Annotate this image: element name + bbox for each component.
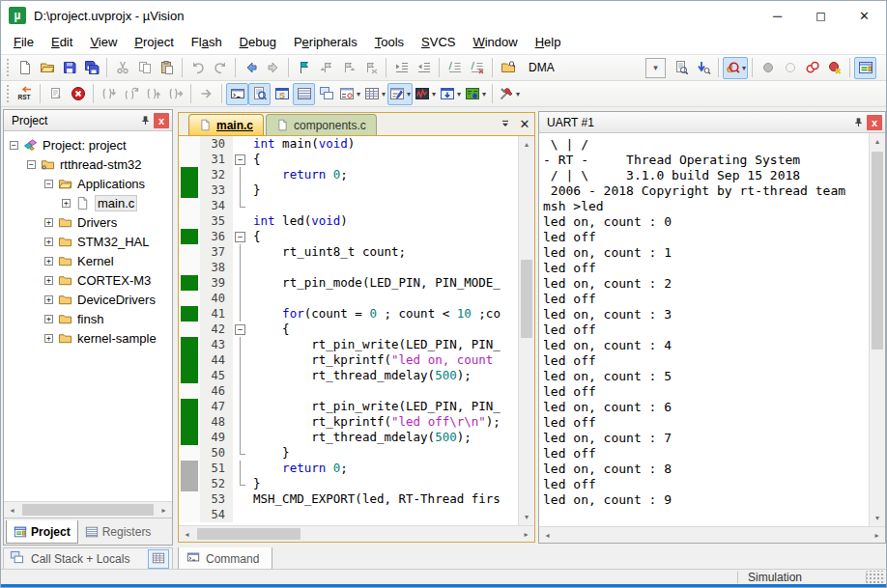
menu-peripherals[interactable]: Peripherals [285, 32, 366, 53]
chevron-down-icon[interactable]: ▾ [432, 90, 436, 98]
project-panel-close-icon[interactable]: x [154, 113, 169, 128]
uart-h-scrollbar[interactable]: ◂ ▸ [539, 526, 885, 543]
chevron-down-icon[interactable]: ▾ [407, 90, 411, 98]
logic-analyzer-button[interactable]: ▾ [413, 83, 438, 105]
serial-window-button[interactable]: ▾ [387, 83, 413, 105]
toolbar-grip[interactable] [6, 58, 11, 77]
scroll-up-icon[interactable]: ▴ [519, 136, 535, 153]
chevron-down-icon[interactable]: ▾ [382, 90, 386, 98]
pin-icon[interactable] [137, 113, 154, 128]
command-window-button[interactable] [226, 83, 248, 105]
scroll-left-icon[interactable]: ◂ [4, 502, 20, 518]
toggle-bookmark-button[interactable] [293, 57, 315, 79]
tree-item-kernel[interactable]: +Kernel [4, 251, 172, 270]
run-to-cursor-button[interactable] [164, 83, 186, 105]
scroll-thumb[interactable] [22, 504, 154, 516]
command-tab[interactable]: Command [178, 547, 272, 571]
led-indicator-white[interactable] [779, 57, 801, 79]
toggle-breakpoint-button[interactable] [801, 57, 823, 79]
menu-flash[interactable]: Flash [183, 32, 231, 53]
symbol-window-button[interactable]: S [271, 83, 293, 105]
toolbar-grip[interactable] [6, 84, 11, 103]
options-for-target-button[interactable] [854, 57, 876, 79]
scroll-down-icon[interactable]: ▾ [870, 510, 886, 526]
navigate-back-button[interactable] [240, 57, 262, 79]
menu-help[interactable]: Help [527, 32, 570, 53]
registers-window-button[interactable] [293, 83, 315, 105]
tree-item-stm32-hal[interactable]: +STM32_HAL [4, 232, 172, 251]
stop-debug-button[interactable] [67, 83, 89, 105]
save-button[interactable] [58, 57, 80, 79]
memory-window-button[interactable]: ▾ [362, 83, 387, 105]
scroll-right-icon[interactable]: ▸ [869, 527, 885, 544]
memory-window-button[interactable] [148, 549, 169, 569]
collapse-icon[interactable]: − [44, 180, 53, 188]
scroll-down-icon[interactable]: ▾ [519, 509, 535, 525]
collapse-icon[interactable]: − [10, 141, 18, 150]
tab-registers[interactable]: Registers [78, 520, 158, 544]
fold-toggle-icon[interactable] [233, 229, 248, 244]
cut-button[interactable] [111, 57, 133, 79]
incremental-find-button[interactable] [692, 57, 714, 79]
menu-project[interactable]: Project [126, 32, 182, 53]
expand-icon[interactable]: + [44, 238, 53, 246]
search-combo[interactable]: DMA▾ [523, 58, 666, 78]
tree-item-finsh[interactable]: +finsh [4, 309, 172, 328]
editor-tab-components-c[interactable]: components.c [266, 114, 377, 135]
unindent-button[interactable] [413, 57, 435, 79]
fold-toggle-icon[interactable] [233, 152, 248, 167]
next-bookmark-button[interactable] [337, 57, 359, 79]
menu-view[interactable]: View [81, 32, 126, 53]
tree-item-kernel-sample[interactable]: +kernel-sample [4, 328, 172, 348]
editor-h-scrollbar[interactable]: ◂ ▸ [179, 525, 534, 542]
run-button[interactable] [195, 83, 217, 105]
watch-window-button[interactable]: ▾ [337, 83, 362, 105]
project-h-scrollbar[interactable]: ◂ ▸ [4, 501, 172, 518]
insert-trace-button[interactable] [44, 83, 67, 105]
scroll-up-icon[interactable]: ▴ [870, 133, 886, 150]
system-viewer-button[interactable]: ▾ [438, 83, 463, 105]
menu-file[interactable]: File [5, 32, 43, 53]
find-in-files-dialog-button[interactable] [497, 57, 519, 79]
scroll-thumb[interactable] [197, 528, 300, 540]
callstack-locals-bar[interactable]: Call Stack + Locals [3, 547, 173, 571]
expand-icon[interactable]: + [62, 199, 71, 208]
editor-v-scrollbar[interactable]: ▴ ▾ [518, 136, 534, 525]
scroll-right-icon[interactable]: ▸ [156, 502, 172, 518]
previous-bookmark-button[interactable] [315, 57, 337, 79]
menu-window[interactable]: Window [464, 32, 526, 53]
menu-debug[interactable]: Debug [231, 32, 285, 53]
expand-icon[interactable]: + [44, 295, 53, 304]
scroll-left-icon[interactable]: ◂ [179, 526, 195, 543]
step-out-button[interactable] [142, 83, 164, 105]
tree-item-applications[interactable]: −Applications [4, 174, 172, 193]
fold-toggle-icon[interactable] [233, 322, 248, 337]
expand-icon[interactable]: + [44, 334, 53, 343]
kill-breakpoints-button[interactable] [823, 57, 845, 79]
save-all-button[interactable] [80, 57, 102, 79]
uart-panel-close-icon[interactable]: x [867, 115, 882, 130]
indent-button[interactable] [390, 57, 413, 79]
chevron-down-icon[interactable]: ▾ [482, 90, 486, 98]
expand-icon[interactable]: + [44, 315, 53, 323]
tree-item-drivers[interactable]: +Drivers [4, 212, 172, 232]
redo-button[interactable] [209, 57, 231, 79]
pin-icon[interactable] [850, 115, 867, 130]
disassembly-window-button[interactable] [248, 83, 271, 105]
chevron-down-icon[interactable]: ▾ [516, 90, 520, 98]
maximize-button[interactable]: ◻ [799, 1, 843, 30]
step-over-button[interactable] [120, 83, 142, 105]
tree-item-cortex-m3[interactable]: +CORTEX-M3 [4, 270, 172, 290]
menu-tools[interactable]: Tools [366, 32, 413, 53]
open-button[interactable] [36, 57, 58, 79]
scroll-thumb[interactable] [872, 152, 883, 350]
menu-svcs[interactable]: SVCS [413, 32, 464, 53]
resize-grip[interactable] [867, 571, 884, 584]
editor-tab-main-c[interactable]: main.c [188, 114, 264, 135]
tree-item-rtthread-stm32[interactable]: −rtthread-stm32 [4, 154, 172, 174]
scroll-right-icon[interactable]: ▸ [518, 526, 534, 543]
uart-output[interactable]: \ | /- RT - Thread Operating System / | … [539, 133, 869, 526]
expand-icon[interactable]: + [44, 276, 53, 285]
paste-button[interactable] [156, 57, 178, 79]
call-stack-window-button[interactable] [315, 83, 337, 105]
